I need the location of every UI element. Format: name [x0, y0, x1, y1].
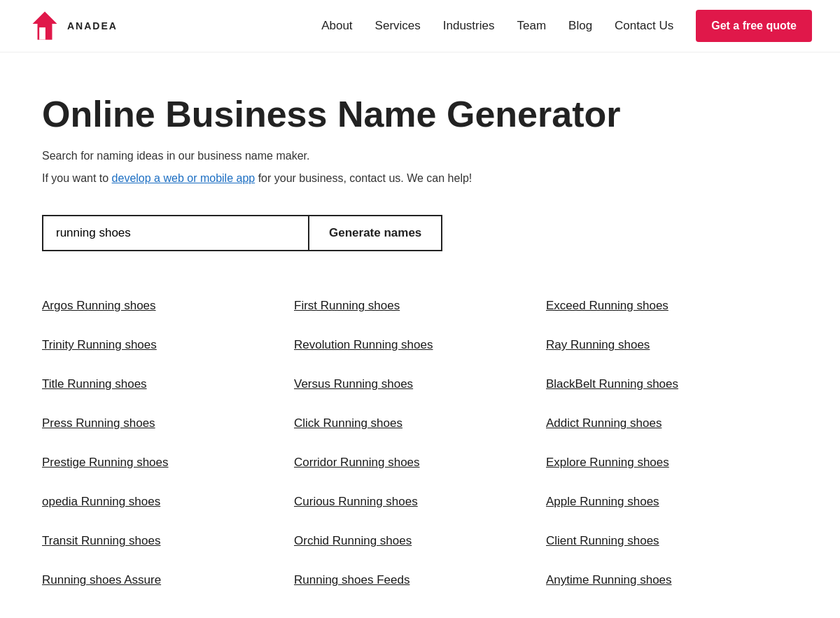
result-link[interactable]: Revolution Running shoes [294, 325, 546, 365]
result-link[interactable]: Trinity Running shoes [42, 325, 294, 365]
main-content: Online Business Name Generator Search fo… [0, 52, 840, 618]
generate-button[interactable]: Generate names [308, 215, 442, 251]
result-link[interactable]: Transit Running shoes [42, 521, 294, 561]
svg-marker-1 [34, 14, 55, 22]
develop-link[interactable]: develop a web or mobile app [112, 172, 255, 184]
result-link[interactable]: Argos Running shoes [42, 286, 294, 325]
result-link[interactable]: Client Running shoes [546, 521, 798, 561]
main-nav: About Services Industries Team Blog Cont… [321, 10, 812, 42]
result-link[interactable]: Anytime Running shoes [546, 561, 798, 600]
result-link[interactable]: Curious Running shoes [294, 482, 546, 521]
result-link[interactable]: First Running shoes [294, 286, 546, 325]
results-grid: Argos Running shoesFirst Running shoesEx… [42, 286, 798, 600]
nav-services[interactable]: Services [375, 19, 421, 33]
result-link[interactable]: Orchid Running shoes [294, 521, 546, 561]
result-link[interactable]: opedia Running shoes [42, 482, 294, 521]
nav-industries[interactable]: Industries [443, 19, 495, 33]
anadea-logo-icon [28, 9, 62, 43]
result-link[interactable]: Title Running shoes [42, 365, 294, 404]
result-link[interactable]: Prestige Running shoes [42, 443, 294, 482]
subtitle-suffix: for your business, contact us. We can he… [255, 172, 472, 184]
search-area: Generate names [42, 215, 798, 251]
logo-text: ANADEA [67, 20, 118, 31]
result-link[interactable]: Versus Running shoes [294, 365, 546, 404]
cta-button[interactable]: Get a free quote [696, 10, 812, 42]
nav-about[interactable]: About [321, 19, 352, 33]
result-link[interactable]: Exceed Running shoes [546, 286, 798, 325]
nav-blog[interactable]: Blog [568, 19, 592, 33]
subtitle-prefix: If you want to [42, 172, 112, 184]
nav-team[interactable]: Team [517, 19, 546, 33]
logo[interactable]: ANADEA [28, 9, 118, 43]
result-link[interactable]: Click Running shoes [294, 404, 546, 443]
result-link[interactable]: Corridor Running shoes [294, 443, 546, 482]
subtitle-line2: If you want to develop a web or mobile a… [42, 169, 798, 188]
result-link[interactable]: Running shoes Assure [42, 561, 294, 600]
result-link[interactable]: Addict Running shoes [546, 404, 798, 443]
result-link[interactable]: Apple Running shoes [546, 482, 798, 521]
page-title: Online Business Name Generator [42, 94, 798, 134]
result-link[interactable]: BlackBelt Running shoes [546, 365, 798, 404]
subtitle-line1: Search for naming ideas in our business … [42, 147, 798, 165]
svg-rect-2 [39, 27, 46, 39]
result-link[interactable]: Press Running shoes [42, 404, 294, 443]
search-input[interactable] [42, 215, 308, 251]
result-link[interactable]: Running shoes Feeds [294, 561, 546, 600]
nav-contact[interactable]: Contact Us [615, 19, 673, 33]
result-link[interactable]: Explore Running shoes [546, 443, 798, 482]
result-link[interactable]: Ray Running shoes [546, 325, 798, 365]
